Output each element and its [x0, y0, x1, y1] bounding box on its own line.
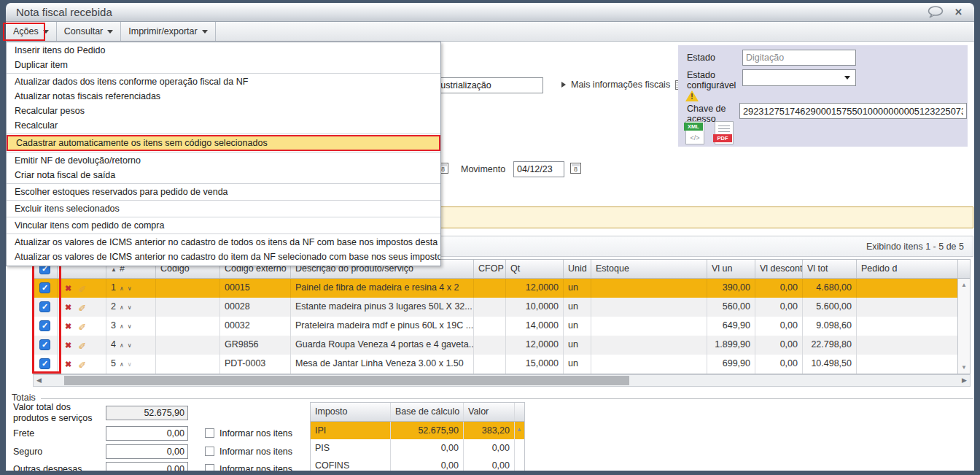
- menu-item[interactable]: Duplicar item: [7, 58, 440, 72]
- cell-cfop: [474, 355, 506, 374]
- table-horizontal-scrollbar[interactable]: ◀ ▶: [33, 374, 971, 387]
- row-checkbox[interactable]: ✓: [39, 282, 50, 293]
- scrollbar-thumb[interactable]: [64, 376, 629, 385]
- menu-item[interactable]: Criar nota fiscal de saída: [7, 168, 440, 182]
- menu-item-highlighted[interactable]: Cadastrar automaticamente os itens sem c…: [7, 135, 440, 151]
- estado-input[interactable]: [742, 50, 856, 66]
- delete-row-icon[interactable]: ✖: [65, 317, 71, 336]
- cell-codigo: [156, 279, 220, 298]
- totais-value-input[interactable]: [106, 462, 188, 471]
- column-header: Estoque: [591, 260, 707, 278]
- move-up-icon[interactable]: ∧: [120, 304, 124, 311]
- move-down-icon[interactable]: ∨: [128, 361, 132, 368]
- delete-row-icon[interactable]: ✖: [65, 355, 71, 374]
- row-checkbox[interactable]: ✓: [39, 301, 50, 312]
- menu-acoes[interactable]: Ações: [6, 22, 57, 41]
- table-row[interactable]: ✓✖✎2∧∨00028Estante madeira pinus 3 lugar…: [34, 298, 970, 317]
- move-down-icon[interactable]: ∨: [128, 342, 132, 349]
- menu-item[interactable]: Atualizar notas fiscais referenciadas: [7, 89, 440, 104]
- menu-item[interactable]: Atualizar os valores de ICMS anterior no…: [7, 250, 440, 264]
- row-number-cell: 1∧∨: [106, 279, 156, 298]
- scroll-down-icon[interactable]: ▼: [958, 364, 970, 371]
- close-icon[interactable]: ✕: [954, 7, 962, 18]
- cell-descricao: Mesa de Jantar Linha Veneza 3.00 x 1.50: [291, 355, 474, 374]
- menu-item[interactable]: Vincular itens com pedido de compra: [7, 218, 440, 233]
- calendar-icon[interactable]: [570, 163, 581, 174]
- cell-descricao: Painel de fibra de madeira e resina 4 x …: [291, 279, 474, 298]
- edit-row-icon[interactable]: ✎: [78, 298, 86, 317]
- informar-nos-itens-checkbox[interactable]: [205, 428, 214, 438]
- table-row[interactable]: ✓✖✎5∧∨PDT-0003Mesa de Jantar Linha Venez…: [34, 355, 970, 374]
- row-checkbox[interactable]: ✓: [39, 358, 50, 369]
- totais-value-input[interactable]: [106, 426, 188, 441]
- table-row[interactable]: ✓✖✎3∧∨00032Prateleira madeira mdf e pinu…: [34, 317, 970, 336]
- cell-estoque: [591, 317, 707, 336]
- move-up-icon[interactable]: ∧: [120, 361, 124, 368]
- cell-codigo_externo: 00015: [220, 279, 291, 298]
- cell-vl_un: 560,00: [707, 298, 755, 317]
- edit-row-icon[interactable]: ✎: [78, 355, 86, 374]
- menu-item[interactable]: Atualizar os valores de ICMS anterior no…: [7, 235, 440, 250]
- estado-label: Estado: [687, 53, 715, 63]
- table-row[interactable]: ✓✖✎1∧∨00015Painel de fibra de madeira e …: [34, 279, 970, 298]
- totais-valor-total-input[interactable]: [106, 406, 188, 420]
- items-table: ✓▲#CódigoCódigo externoDescrição do prod…: [33, 259, 971, 374]
- estado-configuravel-select[interactable]: [742, 69, 856, 86]
- cell-vl_tot: 10.498,50: [803, 355, 857, 374]
- move-down-icon[interactable]: ∨: [128, 304, 132, 311]
- menu-item[interactable]: Excluir itens selecionados: [7, 201, 440, 216]
- scroll-right-icon[interactable]: ▶: [962, 376, 967, 384]
- cell-descricao: Guarda Roupa Veneza 4 portas e 4 gaveta.…: [291, 336, 474, 355]
- menu-item[interactable]: Recalcular pesos: [7, 104, 440, 118]
- movimento-input[interactable]: [513, 161, 564, 177]
- move-down-icon[interactable]: ∨: [128, 323, 132, 330]
- chave-acesso-input[interactable]: [739, 103, 967, 119]
- pdf-file-icon[interactable]: PDF: [715, 121, 734, 144]
- comment-bubble-icon[interactable]: [927, 6, 944, 18]
- edit-row-icon[interactable]: ✎: [78, 317, 86, 336]
- cell-unid: un: [564, 317, 591, 336]
- scroll-left-icon[interactable]: ◀: [36, 376, 42, 384]
- informar-nos-itens-label: Informar nos itens: [219, 447, 292, 457]
- row-actions-cell: ✖✎: [58, 336, 106, 355]
- move-up-icon[interactable]: ∧: [120, 342, 124, 349]
- tax-row[interactable]: COFINS0,000,00: [311, 457, 524, 471]
- mais-informacoes-fiscais[interactable]: Mais informações fiscais: [561, 80, 684, 90]
- cell-pedido: [857, 279, 958, 298]
- cell-codigo_externo: PDT-0003: [220, 355, 291, 374]
- totais-value-input[interactable]: [106, 444, 188, 459]
- row-checkbox[interactable]: ✓: [39, 320, 50, 331]
- menu-item[interactable]: Inserir itens do Pedido: [7, 43, 440, 58]
- menu-imprimir-exportar[interactable]: Imprimir/exportar: [121, 22, 215, 41]
- menu-item[interactable]: Escolher estoques reservados para pedido…: [7, 185, 440, 199]
- edit-row-icon[interactable]: ✎: [78, 279, 86, 298]
- informar-nos-itens-label: Informar nos itens: [219, 464, 292, 471]
- table-row[interactable]: ✓✖✎4∧∨GR9856Guarda Roupa Veneza 4 portas…: [34, 336, 970, 355]
- row-checkbox[interactable]: ✓: [39, 339, 50, 350]
- move-up-icon[interactable]: ∧: [120, 285, 124, 292]
- tax-cell: 0,00: [464, 457, 515, 471]
- xml-code-glyph: </>: [686, 134, 704, 142]
- edit-row-icon[interactable]: ✎: [78, 336, 86, 355]
- informar-nos-itens-checkbox[interactable]: [205, 464, 214, 471]
- chevron-down-icon: [107, 30, 113, 34]
- informar-nos-itens-checkbox[interactable]: [205, 447, 214, 456]
- scroll-up-icon[interactable]: ▲: [958, 282, 970, 288]
- delete-row-icon[interactable]: ✖: [65, 336, 71, 355]
- column-header: Qt: [506, 260, 564, 278]
- tax-row[interactable]: IPI52.675,90383,20: [311, 422, 524, 439]
- menu-item[interactable]: Recalcular: [7, 118, 440, 133]
- menu-group: Inserir itens do PedidoDuplicar item: [7, 43, 440, 72]
- tax-cell: 0,00: [464, 439, 515, 457]
- menu-item[interactable]: Emitir NF de devolução/retorno: [7, 153, 440, 168]
- tax-row[interactable]: PIS0,000,00: [311, 439, 524, 457]
- menu-consultar[interactable]: Consultar: [57, 22, 122, 41]
- delete-row-icon[interactable]: ✖: [65, 279, 71, 298]
- xml-file-icon[interactable]: XML </>: [685, 121, 704, 144]
- move-down-icon[interactable]: ∨: [128, 285, 132, 292]
- delete-row-icon[interactable]: ✖: [65, 298, 71, 317]
- move-up-icon[interactable]: ∧: [120, 323, 124, 330]
- menu-item[interactable]: Atualizar dados dos itens conforme opera…: [7, 74, 440, 89]
- table-vertical-scrollbar[interactable]: ▲ ▼: [957, 279, 970, 374]
- cell-cfop: [474, 298, 506, 317]
